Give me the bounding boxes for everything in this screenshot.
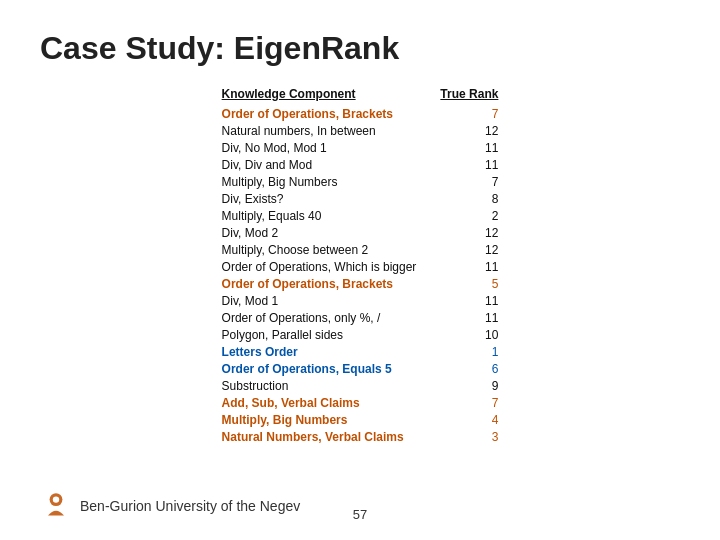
rank-cell: 1 — [436, 343, 502, 360]
table-row: Multiply, Big Numbers4 — [218, 411, 503, 428]
rank-cell: 12 — [436, 122, 502, 139]
table-row: Order of Operations, only %, /11 — [218, 309, 503, 326]
knowledge-component-cell: Div, No Mod, Mod 1 — [218, 139, 437, 156]
knowledge-component-cell: Multiply, Choose between 2 — [218, 241, 437, 258]
knowledge-component-cell: Polygon, Parallel sides — [218, 326, 437, 343]
page-title: Case Study: EigenRank — [40, 30, 680, 67]
rank-cell: 3 — [436, 428, 502, 445]
rank-cell: 11 — [436, 258, 502, 275]
knowledge-component-cell: Order of Operations, Brackets — [218, 105, 437, 122]
col-knowledge-header: Knowledge Component — [218, 85, 437, 105]
rank-cell: 11 — [436, 309, 502, 326]
knowledge-component-cell: Substruction — [218, 377, 437, 394]
rank-cell: 6 — [436, 360, 502, 377]
knowledge-component-cell: Order of Operations, Equals 5 — [218, 360, 437, 377]
table-row: Multiply, Choose between 212 — [218, 241, 503, 258]
knowledge-component-cell: Div, Mod 2 — [218, 224, 437, 241]
rank-cell: 7 — [436, 394, 502, 411]
rank-cell: 12 — [436, 241, 502, 258]
table-row: Div, Mod 212 — [218, 224, 503, 241]
table-container: Knowledge Component True Rank Order of O… — [40, 85, 680, 445]
table-row: Order of Operations, Which is bigger11 — [218, 258, 503, 275]
knowledge-component-cell: Order of Operations, Brackets — [218, 275, 437, 292]
rank-cell: 11 — [436, 292, 502, 309]
rank-cell: 2 — [436, 207, 502, 224]
table-row: Multiply, Equals 402 — [218, 207, 503, 224]
rank-cell: 5 — [436, 275, 502, 292]
rank-cell: 12 — [436, 224, 502, 241]
svg-point-1 — [53, 496, 59, 502]
knowledge-component-cell: Div, Div and Mod — [218, 156, 437, 173]
rank-cell: 11 — [436, 139, 502, 156]
page-number: 57 — [353, 507, 367, 522]
table-row: Add, Sub, Verbal Claims7 — [218, 394, 503, 411]
knowledge-component-cell: Natural Numbers, Verbal Claims — [218, 428, 437, 445]
knowledge-table: Knowledge Component True Rank Order of O… — [218, 85, 503, 445]
knowledge-component-cell: Order of Operations, only %, / — [218, 309, 437, 326]
knowledge-component-cell: Add, Sub, Verbal Claims — [218, 394, 437, 411]
table-row: Order of Operations, Equals 56 — [218, 360, 503, 377]
table-row: Order of Operations, Brackets5 — [218, 275, 503, 292]
knowledge-component-cell: Multiply, Big Numbers — [218, 173, 437, 190]
table-row: Order of Operations, Brackets7 — [218, 105, 503, 122]
rank-cell: 4 — [436, 411, 502, 428]
university-name: Ben-Gurion University of the Negev — [80, 498, 300, 514]
table-row: Letters Order1 — [218, 343, 503, 360]
knowledge-component-cell: Multiply, Equals 40 — [218, 207, 437, 224]
rank-cell: 7 — [436, 173, 502, 190]
table-row: Div, No Mod, Mod 111 — [218, 139, 503, 156]
table-row: Substruction9 — [218, 377, 503, 394]
knowledge-component-cell: Multiply, Big Numbers — [218, 411, 437, 428]
rank-cell: 11 — [436, 156, 502, 173]
table-row: Div, Div and Mod11 — [218, 156, 503, 173]
table-row: Polygon, Parallel sides10 — [218, 326, 503, 343]
knowledge-component-cell: Div, Mod 1 — [218, 292, 437, 309]
rank-cell: 7 — [436, 105, 502, 122]
knowledge-component-cell: Natural numbers, In between — [218, 122, 437, 139]
rank-cell: 10 — [436, 326, 502, 343]
rank-cell: 8 — [436, 190, 502, 207]
page: Case Study: EigenRank Knowledge Componen… — [0, 0, 720, 540]
table-row: Div, Mod 111 — [218, 292, 503, 309]
university-logo — [40, 490, 72, 522]
knowledge-component-cell: Div, Exists? — [218, 190, 437, 207]
table-row: Natural numbers, In between12 — [218, 122, 503, 139]
knowledge-component-cell: Letters Order — [218, 343, 437, 360]
table-row: Multiply, Big Numbers7 — [218, 173, 503, 190]
knowledge-component-cell: Order of Operations, Which is bigger — [218, 258, 437, 275]
footer: Ben-Gurion University of the Negev — [40, 490, 300, 522]
col-rank-header: True Rank — [436, 85, 502, 105]
table-row: Div, Exists?8 — [218, 190, 503, 207]
table-row: Natural Numbers, Verbal Claims3 — [218, 428, 503, 445]
rank-cell: 9 — [436, 377, 502, 394]
